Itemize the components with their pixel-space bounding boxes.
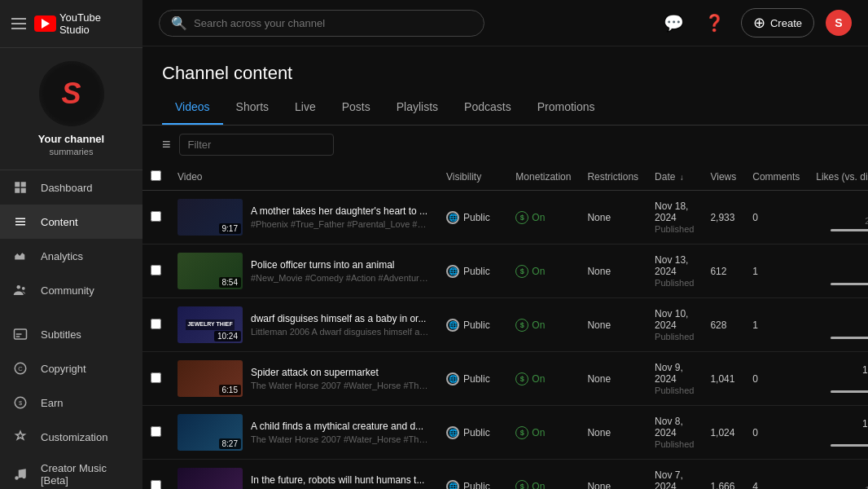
create-button[interactable]: ⊕ Create	[741, 8, 814, 37]
sidebar-item-label: Copyright	[41, 363, 86, 375]
restrictions-cell: None	[579, 191, 647, 244]
tab-playlists[interactable]: Playlists	[384, 90, 451, 125]
subtitles-icon	[11, 325, 29, 343]
create-label: Create	[770, 17, 802, 29]
date-status: Published	[655, 332, 694, 341]
video-table: Video Visibility Monetization Restrictio…	[142, 164, 868, 489]
filter-icon-button[interactable]: ≡	[162, 136, 171, 153]
likes-bar-wrapper	[831, 390, 868, 393]
thumb-wrapper: 9:17	[178, 199, 243, 236]
video-title[interactable]: In the future, robots will hunt humans t…	[251, 474, 430, 487]
monetize-cell: $ On	[515, 372, 571, 385]
sidebar-item-label: Dashboard	[41, 182, 93, 194]
video-cell: 8:27 A child finds a mythical creature a…	[178, 414, 430, 451]
visibility-label: Public	[463, 481, 490, 490]
views-cell: 1,666	[702, 460, 744, 490]
sidebar-item-analytics[interactable]: Analytics	[0, 239, 142, 273]
row-checkbox[interactable]	[151, 265, 161, 275]
row-checkbox[interactable]	[151, 211, 161, 222]
visibility-cell: 🌐 Public	[446, 426, 499, 439]
date-cell: Nov 10, 2024 Published	[655, 308, 694, 341]
channel-info[interactable]: S Your channel summaries	[0, 48, 142, 170]
restrictions-cell: None	[579, 244, 647, 298]
help-button[interactable]: ❓	[700, 8, 730, 37]
video-cell: JEWELRY THIEF 10:24 dwarf disguises hims…	[178, 306, 430, 343]
date-cell: Nov 7, 2024 Published	[655, 469, 694, 489]
header-monetization: Monetization	[507, 164, 579, 191]
sidebar-item-earn[interactable]: $ Earn	[0, 385, 142, 420]
likes-cell: 100.0% 7 likes	[816, 418, 868, 447]
visibility-label: Public	[463, 266, 490, 277]
video-info: A mother takes her daughter's heart to .…	[251, 205, 430, 230]
sidebar-item-dashboard[interactable]: Dashboard	[0, 170, 142, 205]
likes-bar	[831, 390, 868, 393]
date-main: Nov 9, 2024	[655, 362, 694, 385]
thumb-duration: 10:24	[214, 331, 241, 341]
likes-bar-wrapper	[831, 337, 868, 339]
header-likes: Likes (vs. dislike...	[808, 164, 868, 191]
content-icon	[11, 213, 29, 231]
monetize-cell: $ On	[515, 480, 571, 490]
filter-input[interactable]	[188, 139, 325, 151]
select-all-checkbox[interactable]	[151, 170, 161, 181]
likes-pct: 100.0%	[862, 418, 868, 430]
row-checkbox[interactable]	[151, 426, 161, 437]
tab-promotions[interactable]: Promotions	[524, 90, 608, 125]
video-title[interactable]: dwarf disguises himself as a baby in or.…	[251, 313, 430, 326]
user-avatar[interactable]: S	[826, 10, 852, 36]
thumb-duration: 8:27	[219, 438, 241, 449]
row-checkbox[interactable]	[151, 372, 161, 383]
row-checkbox[interactable]	[151, 319, 161, 329]
tab-live[interactable]: Live	[282, 90, 329, 125]
tab-videos[interactable]: Videos	[162, 90, 223, 125]
search-input[interactable]	[194, 17, 472, 29]
visibility-cell: 🌐 Public	[446, 265, 499, 278]
restrictions-cell: None	[579, 406, 647, 460]
likes-cell: 75.0% 3 likes	[816, 257, 868, 285]
sidebar-item-customization[interactable]: Customization	[0, 420, 142, 454]
public-icon: 🌐	[446, 426, 459, 439]
sidebar-item-label: Community	[41, 284, 94, 297]
monetize-icon: $	[515, 265, 528, 278]
video-title[interactable]: Police officer turns into an animal	[251, 259, 430, 272]
svg-text:$: $	[19, 399, 23, 407]
search-bar[interactable]: 🔍	[159, 10, 484, 37]
restrictions-cell: None	[579, 460, 647, 490]
toolbar: ≡	[142, 126, 868, 164]
public-icon: 🌐	[446, 319, 459, 332]
sidebar-item-creator-music[interactable]: Creator Music [Beta]	[0, 454, 142, 489]
video-cell: 8:54 Police officer turns into an animal…	[178, 253, 430, 289]
video-title[interactable]: A child finds a mythical creature and d.…	[251, 421, 430, 434]
music-icon	[11, 465, 29, 483]
video-tags: The Water Horse 2007 #Water_Horse #The_W…	[251, 381, 430, 390]
video-title[interactable]: Spider attack on supermarket	[251, 367, 430, 380]
yt-studio-logo[interactable]: YouTube Studio	[34, 11, 131, 36]
hamburger-menu[interactable]	[11, 18, 26, 29]
visibility-cell: 🌐 Public	[446, 211, 499, 224]
sidebar-item-community[interactable]: Community	[0, 273, 142, 307]
topbar: 🔍 💬 ❓ ⊕ Create S	[142, 0, 868, 46]
header-date[interactable]: Date ↓	[647, 164, 702, 191]
tab-posts[interactable]: Posts	[329, 90, 384, 125]
comments-button[interactable]: 💬	[660, 8, 689, 37]
likes-cell: 100.0% 6 likes	[816, 364, 868, 393]
channel-name: Your channel	[38, 133, 104, 145]
earn-icon: $	[11, 394, 29, 412]
main-content: 🔍 💬 ❓ ⊕ Create S Channel content Videos …	[142, 0, 868, 489]
tab-shorts[interactable]: Shorts	[223, 90, 282, 125]
date-status: Published	[655, 439, 694, 449]
sidebar-item-copyright[interactable]: C Copyright	[0, 351, 142, 385]
visibility-cell: 🌐 Public	[446, 319, 499, 332]
thumb-duration: 8:54	[219, 277, 241, 288]
video-info: In the future, robots will hunt humans t…	[251, 474, 430, 489]
sidebar-item-content[interactable]: Content	[0, 205, 142, 239]
likes-count: 14 likes	[865, 485, 868, 489]
sidebar-item-subtitles[interactable]: Subtitles	[0, 317, 142, 351]
youtube-icon	[34, 15, 56, 32]
public-icon: 🌐	[446, 265, 459, 278]
tab-podcasts[interactable]: Podcasts	[451, 90, 524, 125]
svg-rect-3	[21, 188, 26, 193]
filter-wrapper	[179, 134, 334, 156]
row-checkbox[interactable]	[151, 480, 161, 490]
video-title[interactable]: A mother takes her daughter's heart to .…	[251, 205, 430, 218]
